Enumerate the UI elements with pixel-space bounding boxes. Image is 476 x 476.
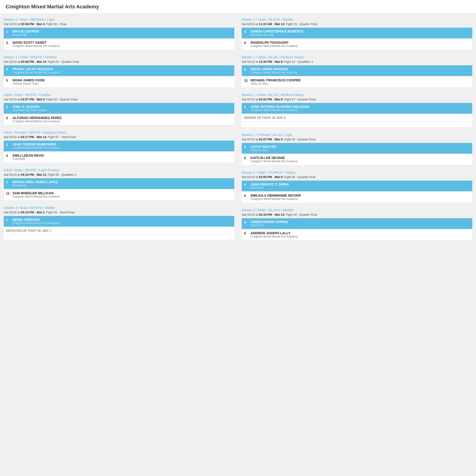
fighter-info: FRANK LUCAS PEACOCKCreighton Mixed Marti… xyxy=(13,67,232,74)
fighter-number: 3 xyxy=(6,105,13,109)
fighter-team: Carlson Gracie Team xyxy=(13,82,232,85)
fighter-name: RANDOLPH TOUSSAINT xyxy=(251,41,470,44)
fighter-row: 2LEAH TERESE MUMPOWERCreighton Mixed Mar… xyxy=(4,141,234,151)
column-right: Master 2 / Male / BLACK / MiddleSat 02/1… xyxy=(238,14,476,249)
match-block: Master 1 / Female / BLUE / LightSat 02/1… xyxy=(242,133,472,165)
placeholder-dash: - xyxy=(4,235,234,240)
match-title: Master 2 / Male / PURPLE / Heavy xyxy=(242,170,472,174)
fighter-team: Creighton Mixed Martial Arts Academy xyxy=(13,120,232,123)
fighter-team: Buckhead Jiu-Jitsu xyxy=(251,33,470,36)
match-info: Sat 02/10 at 03:49 PM - Mat 13: Fight 53… xyxy=(4,60,234,64)
match-block: Adult / Male / WHITE / FeatherSat 02/10 … xyxy=(4,93,234,125)
fighter-team: Odsy Jiu-Jitsu xyxy=(251,149,470,152)
fighter-team: Creighton Mixed Martial Arts Academy xyxy=(13,44,232,48)
match-info: Sat 02/10 at 12:34 PM - Mat 9: Fight 23 … xyxy=(242,60,472,64)
fighter-info: JOSE ANTONIO OLIVARES DELGADOCreighton M… xyxy=(251,105,470,112)
fighter-info: DAREN CHRISTOPHER ROBERTSBuckhead Jiu-Ji… xyxy=(251,30,470,36)
match-info: Sat 02/10 at 03:39 PM - Mat 4: Fight 50 … xyxy=(4,22,234,26)
fighter-row: 11SAM WHEELER MILLICANCreighton Mixed Ma… xyxy=(4,189,234,200)
fighter-name: NOAH JAMES COOK xyxy=(13,78,232,82)
fighter-info: ANDREW JOSEPH LALLYCreighton Mixed Marti… xyxy=(251,231,470,238)
fighter-info: ALFONSO HERNANDEZ-PEREZCreighton Mixed M… xyxy=(13,116,232,123)
fighter-info: CHRISTOPHER TIPPINSR1NG BJJ xyxy=(251,220,470,227)
fighter-name: DAREN CHRISTOPHER ROBERTS xyxy=(251,30,470,33)
match-block: Master 2 / Male / PURPLE / HeavySat 02/1… xyxy=(242,170,472,203)
match-info: Sat 02/10 at 02:05 PM - Mat 9: Fight 36 … xyxy=(242,175,472,179)
match-info: Sat 02/10 at 04:18 PM - Mat 11: Fight 55… xyxy=(4,173,234,176)
fighter-info: EMEJULU OBINWANNE MCIVERCreighton Mixed … xyxy=(251,194,470,201)
fighter-number: 12 xyxy=(244,78,251,82)
fighter-number: 5 xyxy=(244,194,251,198)
fighter-row: 6RANDOLPH TOUSSAINTCreighton Mixed Marti… xyxy=(242,39,472,50)
fighter-name: BENNI JONSSON xyxy=(13,218,232,221)
fighter-number: 6 xyxy=(244,231,251,235)
fighter-number: 6 xyxy=(244,41,251,45)
fighter-name: DAVID SCOTT SANDT xyxy=(13,41,232,44)
fighter-name: EMEJULU OBINWANNE MCIVER xyxy=(251,194,470,197)
fighter-name: SAM WHEELER MILLICAN xyxy=(13,191,232,195)
match-info: Sat 02/10 at 05:14 PM - Mat 1: Fight 43 … xyxy=(4,211,234,214)
fighter-team: R1NG BJJ xyxy=(251,224,470,227)
fighter-name: ALFONSO HERNANDEZ-PEREZ xyxy=(13,116,232,120)
fighter-row: 3JOEL G. OLVERAAmerican Top Team Atlanta xyxy=(4,103,234,114)
fighter-number: 6 xyxy=(244,67,251,71)
fighter-info: DAVID SCOTT SANDTCreighton Mixed Martial… xyxy=(13,41,232,48)
match-title: Adult / Male / WHITE / Light Feather xyxy=(4,168,234,172)
fighter-number: 5 xyxy=(244,156,251,160)
fighter-row: 4FRANK LUCAS PEACOCKCreighton Mixed Mart… xyxy=(4,65,234,76)
match-block: Adult / Female / WHITE / Medium HeavySat… xyxy=(4,130,234,162)
fighter-name: EMILI LEEAN REVIS xyxy=(13,154,232,157)
match-title: Master 1 / Female / BLUE / Light xyxy=(242,133,472,137)
match-info: Sat 02/10 at 01:07 PM - Mat 5: Fight 28 … xyxy=(242,137,472,141)
fighter-team: Creighton Mixed Martial Arts Academy xyxy=(251,235,470,238)
fighter-number: 4 xyxy=(244,220,251,224)
fighter-team: Creighton Mixed Martial Arts Academy xyxy=(13,146,232,150)
fighter-number: 5 xyxy=(6,116,13,120)
fighter-info: JOEL G. OLVERAAmerican Top Team Atlanta xyxy=(13,105,232,112)
fighter-row: 6ANDREW JOSEPH LALLYCreighton Mixed Mart… xyxy=(242,229,472,240)
column-left: Master 2 / Male / BROWN / LightSat 02/10… xyxy=(0,14,238,249)
fighter-row: 1JOSE ANTONIO OLIVARES DELGADOCreighton … xyxy=(242,103,472,114)
fighter-row: 3CATHY NGUYENOdsy Jiu-Jitsu xyxy=(242,143,472,154)
match-title: Adult / Female / WHITE / Medium Heavy xyxy=(4,130,234,134)
fighter-row: 4DAREN CHRISTOPHER ROBERTSBuckhead Jiu-J… xyxy=(242,28,472,38)
fighter-info: NOAH JAMES COOKCarlson Gracie Team xyxy=(13,78,232,85)
fighter-number: 2 xyxy=(6,41,13,45)
fighter-info: SAM WHEELER MILLICANCreighton Mixed Mart… xyxy=(13,191,232,198)
fighter-info: BRYCE COOPERNova União xyxy=(13,30,232,36)
match-info: Sat 02/10 at 11:22 AM - Mat 13: Fight 15… xyxy=(242,22,472,26)
match-block: Master 2 / Male / BROWN / LightSat 02/10… xyxy=(4,17,234,50)
fighter-name: LEAH TERESE MUMPOWER xyxy=(13,142,232,146)
match-block: Master 2 / Male / BLACK / MiddleSat 02/1… xyxy=(242,17,472,50)
fighter-row: 4JUAN IGNACIO Z. MORAR1NG BJJ xyxy=(242,181,472,191)
fighter-team: Creighton Mixed Martial Arts Academy xyxy=(251,44,470,48)
fighter-number: 3 xyxy=(244,145,251,149)
fighter-number: 1 xyxy=(6,30,13,34)
fighter-info: BRYAN URIEL PEREZ LOPEZKnuckleUp xyxy=(13,180,232,187)
fighter-team: American Top Team Atlanta xyxy=(13,109,232,112)
placeholder-dash: - xyxy=(242,122,472,127)
match-block: Master 1 / Male / BLUE / Medium HeavySat… xyxy=(242,93,472,127)
fighter-name: BRYCE COOPER xyxy=(13,30,232,33)
fighter-number: 5 xyxy=(6,78,13,82)
fighter-info: LEAH TERESE MUMPOWERCreighton Mixed Mart… xyxy=(13,142,232,150)
fighter-row: 5EMEJULU OBINWANNE MCIVERCreighton Mixed… xyxy=(242,192,472,203)
fighter-row: 6DAVID JAMES BRIDGESCreighton Mixed Mart… xyxy=(242,65,472,76)
match-block: Master 1 / Male / WHITE / FeatherSat 02/… xyxy=(4,55,234,87)
fighter-info: EMILI LEEAN REVISCheckMat xyxy=(13,154,232,161)
fighter-team: Creighton Mixed Martial Arts Academy xyxy=(13,221,232,225)
fighter-info: MICHAEL FRANCISCO COOPEROdsy Jiu-Jitsu xyxy=(251,78,470,85)
page-title: Creighton Mixed Martial Arts Academy xyxy=(6,4,99,10)
fighter-team: Creighton Mixed Martial Arts Academy xyxy=(13,71,232,74)
placeholder-text: WINNER OF FIGHT 20, MAT 9 xyxy=(242,114,472,121)
fighter-number: 1 xyxy=(6,218,13,222)
match-info: Sat 02/10 at 03:57 PM - Mat 5: Fight 52 … xyxy=(4,98,234,101)
match-title: Master 1 / Male / BLUE / Medium Heavy xyxy=(242,55,472,59)
fighter-row: 5KAITLIN LEE DEVANECreighton Mixed Marti… xyxy=(242,154,472,165)
match-title: Adult / Male / WHITE / Feather xyxy=(4,93,234,97)
fighter-info: RANDOLPH TOUSSAINTCreighton Mixed Martia… xyxy=(251,41,470,48)
fighter-name: FRANK LUCAS PEACOCK xyxy=(13,67,232,71)
match-title: Master 2 / Male / BROWN / Light xyxy=(4,17,234,21)
fighter-name: KAITLIN LEE DEVANE xyxy=(251,156,470,160)
match-block: Adult / Male / WHITE / Light FeatherSat … xyxy=(4,168,234,200)
